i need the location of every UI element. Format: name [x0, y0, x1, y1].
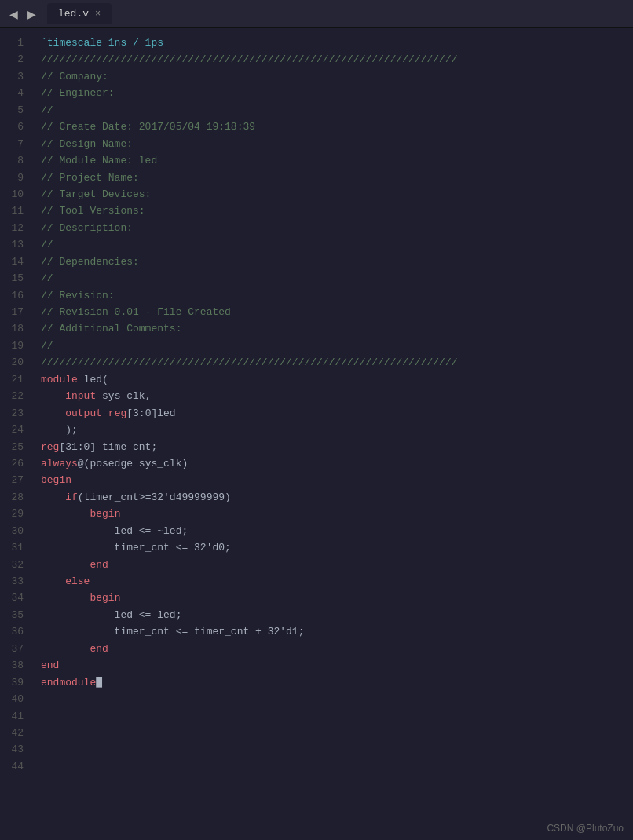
- line-number: 6: [0, 119, 24, 135]
- code-line: begin: [41, 590, 633, 606]
- line-number: 38: [0, 657, 24, 674]
- code-line: led <= ~led;: [41, 523, 633, 539]
- line-number: 37: [0, 641, 24, 657]
- line-number: 40: [0, 691, 24, 707]
- line-number: 14: [0, 254, 24, 270]
- line-number: 15: [0, 270, 24, 287]
- line-number: 18: [0, 320, 24, 337]
- line-number: 3: [0, 68, 24, 85]
- code-line: input sys_clk,: [41, 388, 633, 404]
- code-line: //: [41, 338, 633, 354]
- line-number: 20: [0, 354, 24, 371]
- title-bar: ◀ ▶ led.v ×: [0, 0, 633, 28]
- code-line: //: [41, 102, 633, 119]
- line-number: 16: [0, 287, 24, 304]
- code-line: // Module Name: led: [41, 152, 633, 169]
- watermark: CSDN @PlutoZuo: [547, 823, 624, 834]
- line-number: 17: [0, 304, 24, 320]
- code-line: begin: [41, 472, 633, 488]
- code-line: end: [41, 557, 633, 573]
- code-line: endmodule█: [41, 674, 633, 691]
- line-number: 33: [0, 573, 24, 590]
- code-line: // Revision 0.01 - File Created: [41, 304, 633, 320]
- line-number: 19: [0, 338, 24, 354]
- line-number: 36: [0, 623, 24, 640]
- code-line: `timescale 1ns / 1ps: [41, 35, 633, 51]
- line-number: 23: [0, 405, 24, 422]
- code-line: // Design Name:: [41, 136, 633, 152]
- line-number: 43: [0, 741, 24, 758]
- line-number: 24: [0, 422, 24, 438]
- code-line: // Description:: [41, 220, 633, 236]
- line-number: 13: [0, 236, 24, 253]
- code-line: //: [41, 270, 633, 287]
- code-line: else: [41, 573, 633, 590]
- code-line: // Additional Comments:: [41, 320, 633, 337]
- line-number: 26: [0, 455, 24, 472]
- tab-close[interactable]: ×: [95, 9, 101, 20]
- line-number: 44: [0, 758, 24, 775]
- code-area[interactable]: `timescale 1ns / 1ps////////////////////…: [33, 28, 633, 840]
- back-button[interactable]: ◀: [6, 6, 21, 22]
- code-line: ////////////////////////////////////////…: [41, 354, 633, 371]
- line-number: 30: [0, 523, 24, 539]
- line-number: 29: [0, 506, 24, 522]
- tab[interactable]: led.v ×: [47, 3, 112, 24]
- code-line: // Dependencies:: [41, 254, 633, 270]
- code-line: // Engineer:: [41, 85, 633, 101]
- line-number: 12: [0, 220, 24, 236]
- code-line: // Project Name:: [41, 170, 633, 186]
- code-line: led <= led;: [41, 607, 633, 623]
- code-line: always@(posedge sys_clk): [41, 455, 633, 472]
- code-line: if(timer_cnt>=32'd49999999): [41, 489, 633, 506]
- line-number: 39: [0, 674, 24, 691]
- code-line: reg[31:0] time_cnt;: [41, 439, 633, 455]
- code-line: );: [41, 422, 633, 438]
- code-line: module led(: [41, 371, 633, 388]
- line-number: 11: [0, 203, 24, 219]
- code-line: end: [41, 657, 633, 674]
- line-number: 28: [0, 489, 24, 506]
- editor-container: 1234567891011121314151617181920212223242…: [0, 28, 633, 840]
- line-number: 42: [0, 725, 24, 741]
- code-line: // Company:: [41, 68, 633, 85]
- code-line: // Create Date: 2017/05/04 19:18:39: [41, 119, 633, 135]
- forward-button[interactable]: ▶: [24, 6, 39, 22]
- code-line: end: [41, 641, 633, 657]
- line-number: 31: [0, 539, 24, 556]
- line-number: 1: [0, 35, 24, 51]
- line-numbers: 1234567891011121314151617181920212223242…: [0, 28, 33, 840]
- code-line: timer_cnt <= 32'd0;: [41, 539, 633, 556]
- line-number: 10: [0, 186, 24, 203]
- line-number: 4: [0, 85, 24, 101]
- line-number: 27: [0, 472, 24, 488]
- code-line: // Revision:: [41, 287, 633, 304]
- line-number: 9: [0, 170, 24, 186]
- line-number: 2: [0, 51, 24, 68]
- line-number: 7: [0, 136, 24, 152]
- line-number: 34: [0, 590, 24, 606]
- code-line: begin: [41, 506, 633, 522]
- line-number: 22: [0, 388, 24, 404]
- line-number: 25: [0, 439, 24, 455]
- line-number: 21: [0, 371, 24, 388]
- line-number: 32: [0, 557, 24, 573]
- code-line: ////////////////////////////////////////…: [41, 51, 633, 68]
- code-line: // Target Devices:: [41, 186, 633, 203]
- line-number: 35: [0, 607, 24, 623]
- tab-filename: led.v: [58, 8, 89, 20]
- line-number: 41: [0, 708, 24, 725]
- line-number: 5: [0, 102, 24, 119]
- code-line: // Tool Versions:: [41, 203, 633, 219]
- code-line: timer_cnt <= timer_cnt + 32'd1;: [41, 623, 633, 640]
- line-number: 8: [0, 152, 24, 169]
- code-line: //: [41, 236, 633, 253]
- code-line: output reg[3:0]led: [41, 405, 633, 422]
